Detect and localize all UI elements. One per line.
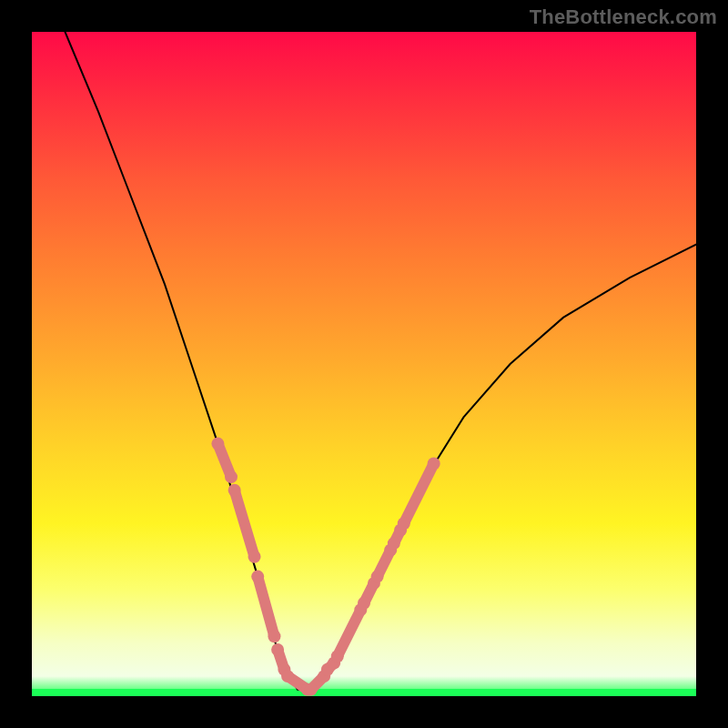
data-bead-cap [428,458,440,470]
data-bead-cap [305,683,318,696]
watermark-text: TheBottleneck.com [530,5,717,29]
data-bead-cap [228,484,241,497]
data-bead-cap [211,438,224,450]
data-bead-cap [248,551,261,563]
data-bead-cap [225,470,238,483]
curve-layer [32,32,696,696]
data-bead-cap [358,597,370,610]
plot-area [32,32,696,696]
data-bead-cap [398,517,410,530]
data-bead-cap [268,630,280,642]
data-bead-cap [331,650,344,662]
data-bead-cap [281,670,294,682]
data-bead [235,490,255,557]
data-beads-group [211,438,440,696]
data-bead [338,610,361,656]
data-bead-cap [388,537,400,550]
data-bead-cap [251,571,264,583]
data-bead-cap [371,571,384,583]
data-bead [404,464,434,524]
chart-viewport: TheBottleneck.com [0,0,728,728]
bottleneck-curve [66,32,697,690]
data-bead-cap [271,643,284,656]
data-bead [258,577,274,637]
